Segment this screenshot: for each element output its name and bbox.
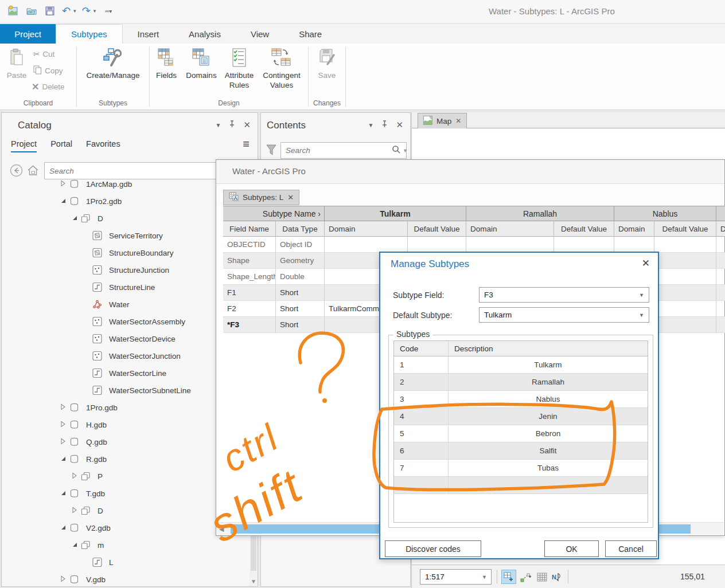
cell[interactable] (716, 285, 725, 301)
cell[interactable]: F1 (223, 285, 276, 301)
default-subtype-combo[interactable]: Tulkarm ▼ (479, 307, 649, 323)
column-header-data-type[interactable]: Data Type (276, 221, 325, 237)
collapse-icon[interactable] (71, 213, 78, 224)
expand-icon[interactable] (60, 179, 67, 189)
collapse-icon[interactable] (60, 523, 67, 533)
cancel-button[interactable]: Cancel (605, 540, 657, 557)
tab-subtypes[interactable]: Subtypes (56, 24, 123, 44)
tab-share[interactable]: Share (284, 24, 337, 44)
domains-button[interactable]: Domains (183, 48, 220, 81)
catalog-dropdown-icon[interactable]: ▼ (216, 122, 221, 128)
cell[interactable] (408, 237, 466, 253)
cell[interactable]: Short (276, 317, 325, 333)
cell[interactable]: Object ID (276, 237, 325, 253)
cell[interactable]: Short (276, 301, 325, 317)
cell[interactable] (554, 237, 614, 253)
add-to-selection-icon[interactable] (501, 570, 516, 584)
tab-insert[interactable]: Insert (123, 24, 174, 44)
description-cell[interactable]: Nablus (449, 391, 648, 407)
close-subtypes-tab-icon[interactable]: ✕ (287, 193, 294, 202)
tree-item-r-gdb[interactable]: R.gdb (2, 450, 250, 468)
search-dropdown-icon[interactable]: ▼ (403, 148, 408, 154)
tab-view[interactable]: View (236, 24, 284, 44)
tree-item-watersectorjunction[interactable]: WaterSectorJunction (2, 347, 250, 364)
tree-item-t-gdb[interactable]: T.gdb (2, 485, 250, 502)
expand-icon[interactable] (60, 437, 67, 447)
tab-project[interactable]: Project (0, 24, 56, 44)
tree-item-structureline[interactable]: StructureLine (2, 279, 250, 296)
collapse-icon[interactable] (71, 540, 78, 550)
cell[interactable] (325, 237, 408, 253)
redo-dropdown-icon[interactable]: ▾ (93, 8, 96, 14)
group-header-nablus[interactable]: Nablus (614, 206, 716, 221)
group-header-ramallah[interactable]: Ramallah (466, 206, 614, 221)
contingent-values-button[interactable]: Contingent Values (260, 48, 303, 91)
tree-item-watersectordevice[interactable]: WaterSectorDevice (2, 330, 250, 347)
column-header-default-value[interactable]: Default Value (654, 221, 716, 237)
catalog-tab-portal[interactable]: Portal (50, 139, 72, 152)
paste-button[interactable]: Paste (3, 48, 30, 81)
tree-item-1pro2-gdb[interactable]: 1Pro2.gdb (2, 193, 250, 210)
ok-button[interactable]: OK (544, 540, 599, 557)
cell[interactable] (716, 317, 725, 333)
expand-icon[interactable] (60, 420, 67, 430)
redo-button[interactable]: ↷ (82, 6, 91, 16)
cell[interactable] (654, 237, 716, 253)
cell[interactable] (654, 285, 716, 301)
subtype-row-2[interactable]: 2Ramallah (394, 374, 648, 391)
cell[interactable] (716, 269, 725, 285)
tree-item-1pro-gdb[interactable]: 1Pro.gdb (2, 399, 250, 416)
catalog-tab-project[interactable]: Project (11, 139, 37, 152)
scroll-left-icon[interactable]: ◀ (219, 526, 224, 533)
scale-combo[interactable]: 1:517 ▼ (420, 569, 492, 585)
code-cell[interactable] (394, 477, 449, 493)
description-cell[interactable]: Tubas (449, 460, 648, 476)
column-header-domain[interactable]: Domain (325, 221, 408, 237)
catalog-tab-favorites[interactable]: Favorites (86, 139, 120, 152)
snapping-icon[interactable] (519, 570, 533, 584)
code-cell[interactable]: 1 (394, 356, 449, 373)
discover-codes-button[interactable]: Discover codes (385, 540, 481, 557)
subtype-field-combo[interactable]: F3 ▼ (479, 287, 649, 303)
subtype-row-1[interactable]: 1Tulkarm (394, 356, 648, 374)
close-map-tab-icon[interactable]: ✕ (455, 117, 461, 125)
undo-dropdown-icon[interactable]: ▾ (73, 8, 76, 14)
tree-item-structureboundary[interactable]: StructureBoundary (2, 244, 250, 261)
description-cell[interactable]: Ramallah (449, 374, 648, 390)
map-view-tab[interactable]: Map ✕ (418, 113, 467, 128)
save-edits-button[interactable]: Save (313, 48, 341, 81)
group-header-subtype-name-[interactable]: Subtype Name › (223, 206, 325, 221)
tree-item-structurejunction[interactable]: StructureJunction (2, 261, 250, 279)
dialog-close-icon[interactable]: ✕ (642, 257, 650, 269)
back-icon[interactable] (10, 164, 23, 179)
subtype-row-7[interactable]: 7Tubas (394, 460, 648, 477)
collapse-icon[interactable] (60, 488, 67, 499)
cell[interactable] (654, 317, 716, 333)
cell[interactable]: Short (276, 285, 325, 301)
tree-item-h-gdb[interactable]: H.gdb (2, 416, 250, 433)
description-column-header[interactable]: Description (449, 341, 648, 356)
tree-item-v-gdb[interactable]: V.gdb (2, 571, 250, 586)
contents-pin-icon[interactable] (381, 120, 388, 130)
subtype-row-4[interactable]: 4Jenin (394, 408, 648, 425)
subtype-row-5[interactable]: 5Bebron (394, 425, 648, 442)
undo-button[interactable]: ↶ (62, 6, 71, 16)
fields-button[interactable]: Fields (151, 48, 181, 81)
column-header-field-name[interactable]: Field Name (223, 221, 276, 237)
collapse-icon[interactable] (60, 196, 67, 206)
cell[interactable]: Shape (223, 253, 276, 269)
code-cell[interactable]: 2 (394, 374, 449, 390)
cell[interactable] (466, 237, 554, 253)
collapse-icon[interactable] (60, 454, 67, 464)
tree-item-water[interactable]: Water (2, 296, 250, 313)
catalog-close-icon[interactable]: ✕ (243, 120, 251, 130)
open-project-icon[interactable] (25, 5, 38, 17)
description-cell[interactable] (449, 477, 648, 493)
cell[interactable] (614, 237, 654, 253)
subtype-row-empty[interactable] (394, 477, 648, 494)
catalog-menu-icon[interactable]: ≡ (243, 138, 250, 150)
expand-icon[interactable] (71, 505, 78, 516)
cell[interactable] (654, 301, 716, 317)
description-cell[interactable]: Jenin (449, 408, 648, 425)
tree-item-m[interactable]: m (2, 536, 250, 554)
